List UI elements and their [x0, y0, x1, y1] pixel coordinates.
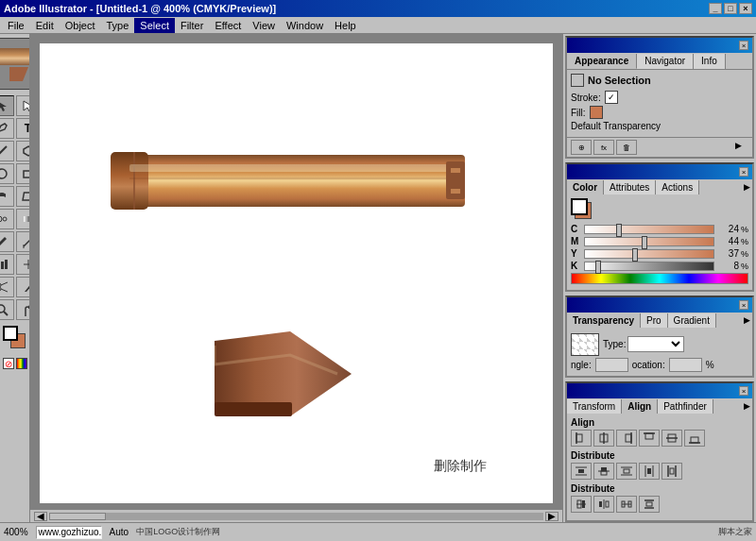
- dist2-1[interactable]: [571, 496, 592, 513]
- y-thumb[interactable]: [632, 248, 638, 262]
- dist-center-v[interactable]: [593, 463, 614, 480]
- horizontal-scrollbar[interactable]: ◀ ▶: [30, 509, 562, 522]
- color-panel-close[interactable]: ×: [739, 167, 748, 177]
- transform-tool[interactable]: [16, 186, 31, 207]
- m-slider[interactable]: [584, 237, 714, 246]
- rotate-tool[interactable]: [0, 186, 14, 207]
- menu-object[interactable]: Object: [60, 18, 101, 33]
- color-spectrum[interactable]: [571, 273, 748, 284]
- color-swatches[interactable]: [3, 326, 27, 354]
- scroll-left-btn[interactable]: ◀: [34, 512, 47, 521]
- gradient-swatch[interactable]: [16, 358, 27, 369]
- scroll-thumb[interactable]: [49, 513, 106, 520]
- align-right[interactable]: [616, 430, 637, 447]
- canvas-document[interactable]: 删除制作: [40, 43, 553, 503]
- menu-edit[interactable]: Edit: [30, 18, 60, 33]
- scroll-track[interactable]: [49, 513, 543, 520]
- close-btn[interactable]: ×: [739, 3, 752, 14]
- c-thumb[interactable]: [616, 224, 622, 237]
- tab-transform[interactable]: Transform: [567, 399, 622, 414]
- dist2-2[interactable]: [593, 496, 614, 513]
- align-top[interactable]: [639, 430, 660, 447]
- transparency-panel-close[interactable]: ×: [739, 300, 748, 310]
- color-swatch-stack[interactable]: [571, 198, 597, 221]
- align-center-h[interactable]: [593, 430, 614, 447]
- appearance-panel-close[interactable]: ×: [739, 41, 748, 50]
- type-tool[interactable]: T: [16, 118, 31, 139]
- angle-input[interactable]: [595, 358, 628, 372]
- menu-view[interactable]: View: [247, 18, 281, 33]
- tab-pathfinder[interactable]: Pathfinder: [658, 399, 713, 414]
- align-center-v[interactable]: [662, 430, 682, 447]
- transform-panel-close[interactable]: ×: [739, 386, 748, 396]
- menu-help[interactable]: Help: [329, 18, 362, 33]
- scissors-tool[interactable]: [0, 277, 14, 297]
- tab-transparency[interactable]: Transparency: [567, 313, 641, 328]
- stroke-indicator[interactable]: [571, 198, 588, 215]
- tab-color[interactable]: Color: [567, 180, 604, 194]
- shape-tool[interactable]: [16, 141, 31, 161]
- stroke-swatch[interactable]: [3, 326, 18, 341]
- tab-gradient[interactable]: Gradient: [668, 313, 716, 328]
- menu-select[interactable]: Select: [134, 18, 175, 33]
- measure-tool[interactable]: [16, 231, 31, 252]
- tab-appearance[interactable]: Appearance: [567, 54, 637, 69]
- ap-btn-delete[interactable]: 🗑: [616, 140, 637, 155]
- tab-info[interactable]: Info: [694, 54, 726, 69]
- k-thumb[interactable]: [595, 261, 601, 274]
- c-slider[interactable]: [584, 225, 714, 234]
- scroll-right-btn[interactable]: ▶: [545, 512, 558, 521]
- status-input[interactable]: www.gozhizuo.Selection: [36, 526, 102, 539]
- tab-align[interactable]: Align: [622, 399, 658, 414]
- window-controls[interactable]: _ □ ×: [709, 3, 752, 14]
- ap-btn-1[interactable]: ⊕: [571, 140, 592, 155]
- zoom-tool[interactable]: [0, 299, 14, 320]
- align-left[interactable]: [571, 430, 592, 447]
- y-slider[interactable]: [584, 249, 714, 259]
- menu-file[interactable]: File: [2, 18, 30, 33]
- pen-tool[interactable]: [0, 118, 14, 139]
- trans-options-btn[interactable]: ▶: [742, 313, 752, 328]
- direct-select-tool[interactable]: [16, 95, 31, 116]
- none-fill[interactable]: ⊘: [3, 358, 14, 369]
- rect-tool[interactable]: [16, 163, 31, 184]
- gradient-tool[interactable]: [16, 209, 31, 229]
- ap-btn-fx[interactable]: fx: [593, 140, 614, 155]
- tab-attributes[interactable]: Attributes: [604, 180, 656, 194]
- hand-tool[interactable]: [16, 299, 31, 320]
- tab-navigator[interactable]: Navigator: [637, 54, 694, 69]
- knife-tool[interactable]: [16, 277, 31, 297]
- tab-actions[interactable]: Actions: [656, 180, 699, 194]
- k-slider[interactable]: [584, 262, 714, 271]
- trans-type-select[interactable]: [627, 336, 684, 352]
- dist2-4[interactable]: [639, 496, 660, 513]
- tab-pro[interactable]: Pro: [641, 313, 668, 328]
- dist-bottom[interactable]: [616, 463, 637, 480]
- eyedropper-tool[interactable]: [0, 231, 14, 252]
- menu-type[interactable]: Type: [101, 18, 135, 33]
- canvas-area[interactable]: 删除制作 ◀ ▶: [30, 34, 562, 522]
- m-thumb[interactable]: [642, 236, 647, 249]
- color-options-btn[interactable]: ▶: [742, 180, 752, 194]
- align-bottom[interactable]: [684, 430, 705, 447]
- transform-options-btn[interactable]: ▶: [742, 399, 752, 414]
- selection-tool[interactable]: [0, 95, 14, 116]
- menu-effect[interactable]: Effect: [209, 18, 247, 33]
- appearance-options-btn[interactable]: ▶: [735, 141, 748, 154]
- dist-left[interactable]: [639, 463, 660, 480]
- blend-tool[interactable]: [0, 209, 14, 229]
- dist-more[interactable]: [662, 463, 682, 480]
- dist2-3[interactable]: [616, 496, 637, 513]
- location-input[interactable]: [669, 358, 702, 372]
- menu-filter[interactable]: Filter: [175, 18, 209, 33]
- stroke-checkbox[interactable]: ✓: [605, 91, 618, 104]
- menu-window[interactable]: Window: [281, 18, 329, 33]
- maximize-btn[interactable]: □: [724, 3, 737, 14]
- dist-top[interactable]: [571, 463, 592, 480]
- ellipse-tool[interactable]: [0, 163, 14, 184]
- fill-color-swatch[interactable]: [590, 106, 603, 119]
- graph-tool[interactable]: [0, 254, 14, 275]
- mesh-tool[interactable]: [16, 254, 31, 275]
- minimize-btn[interactable]: _: [709, 3, 722, 14]
- line-tool[interactable]: [0, 141, 14, 161]
